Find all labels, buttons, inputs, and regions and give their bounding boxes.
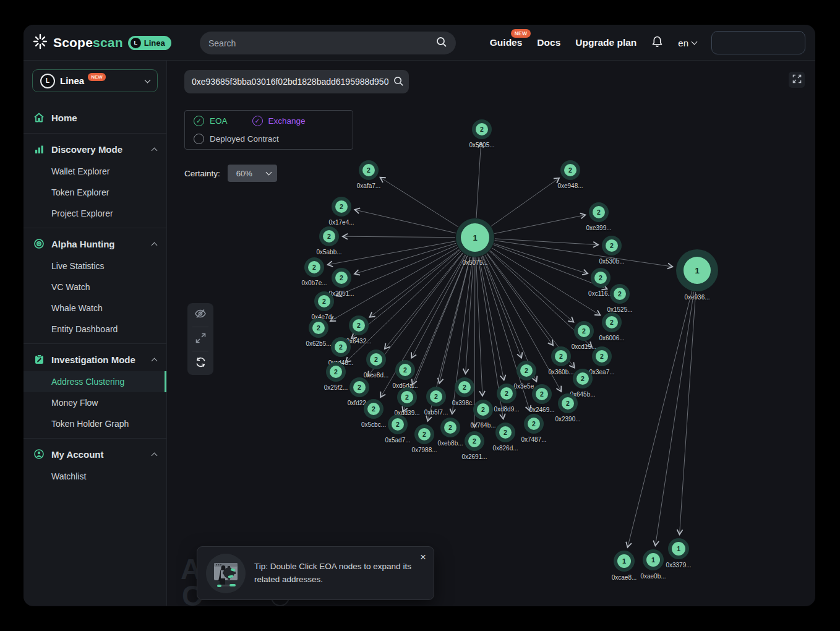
graph-node[interactable]: 2 [560, 160, 580, 180]
graph-node[interactable]: 2 [589, 202, 609, 222]
graph-node[interactable]: 1 [668, 538, 689, 559]
fullscreen-icon [792, 74, 802, 86]
sidebar-item-project-explorer[interactable]: Project Explorer [24, 203, 166, 224]
chevron-down-icon [145, 77, 151, 83]
sidebar-item-watchlist[interactable]: Watchlist [24, 466, 166, 487]
sidebar-item-money-flow[interactable]: Money Flow [24, 392, 166, 413]
graph-node-label: 0xb5f7... [408, 409, 464, 416]
nav-upgrade-plan[interactable]: Upgrade plan [575, 37, 636, 48]
notification-bell-icon[interactable] [651, 35, 663, 50]
check-circle-icon: ✓ [194, 116, 204, 126]
hide-labels-button[interactable] [187, 303, 213, 327]
graph-node[interactable]: 2 [349, 316, 369, 335]
graph-node[interactable]: 2 [472, 119, 492, 139]
graph-canvas[interactable]: A C 10x5075...10xe936...20x5805...20xafa… [167, 61, 815, 606]
chevron-down-icon [692, 39, 698, 45]
graph-node[interactable]: 2 [359, 160, 379, 180]
graph-node[interactable]: 2 [326, 362, 346, 382]
graph-node[interactable]: 2 [331, 337, 351, 357]
graph-node[interactable]: 2 [349, 377, 369, 397]
sidebar-item-wallet-explorer[interactable]: Wallet Explorer [24, 161, 166, 182]
graph-node[interactable]: 2 [440, 418, 460, 437]
sidebar-section-investigation-mode[interactable]: Investigation Mode [24, 348, 166, 371]
address-search-input[interactable]: 0xe93685f3bba03016f02bd1828badd6195988d9… [184, 70, 409, 93]
starburst-logo-icon [32, 33, 48, 52]
nav-guides[interactable]: Guides NEW [490, 37, 523, 48]
graph-node[interactable]: 2 [397, 387, 417, 407]
graph-node[interactable]: 2 [497, 384, 516, 403]
sidebar-section-alpha-hunting[interactable]: Alpha Hunting [24, 232, 166, 255]
graph-node[interactable]: 2 [366, 350, 386, 369]
graph-node[interactable]: 2 [304, 257, 324, 277]
graph-node[interactable]: 2 [602, 236, 622, 255]
wallet-connect-button[interactable] [711, 31, 805, 54]
chevron-up-icon [152, 358, 158, 364]
legend-eoa-checkbox[interactable]: ✓ EOA [194, 116, 228, 126]
graph-node[interactable]: 2 [610, 284, 630, 304]
search-placeholder: Search [208, 38, 436, 48]
graph-node[interactable]: 2 [455, 377, 474, 397]
graph-node[interactable]: 2 [592, 346, 612, 366]
eye-off-icon [194, 307, 207, 322]
graph-node[interactable]: 1 [643, 549, 664, 570]
graph-node[interactable]: 2 [426, 387, 446, 406]
graph-node[interactable]: 2 [395, 360, 415, 380]
graph-node-label: 0x7487... [506, 436, 562, 443]
header: Scopescan L Linea Search Guides NEW [24, 25, 815, 61]
graph-node[interactable]: 2 [388, 414, 408, 434]
graph-toolbar [187, 303, 213, 375]
graph-node[interactable]: 2 [551, 346, 571, 366]
graph-node[interactable]: 2 [495, 423, 515, 442]
graph-node[interactable]: 2 [574, 321, 594, 341]
sidebar-item-whale-watch[interactable]: Whale Watch [24, 298, 166, 319]
sidebar-item-entity-dashboard[interactable]: Entity Dashboard [24, 319, 166, 340]
graph-node-label: 0x7988... [396, 447, 452, 453]
bar-chart-icon [33, 144, 45, 155]
graph-node[interactable]: 2 [414, 424, 434, 444]
graph-node[interactable]: 2 [332, 197, 351, 217]
graph-node[interactable]: 2 [314, 291, 334, 311]
sidebar-item-live-statistics[interactable]: Live Statistics [24, 255, 166, 277]
sidebar-item-token-holder-graph[interactable]: Token Holder Graph [24, 413, 166, 434]
nav-docs[interactable]: Docs [537, 37, 560, 48]
graph-node-label: 0xafa7... [341, 182, 396, 189]
graph-node[interactable]: 2 [473, 400, 493, 419]
close-icon[interactable]: × [420, 552, 426, 562]
certainty-dropdown[interactable]: 60% [228, 165, 277, 182]
graph-node-label: 0x5075... [447, 259, 503, 266]
graph-node[interactable]: 2 [558, 393, 578, 413]
fit-view-button[interactable] [187, 327, 213, 351]
graph-node[interactable]: 1 [614, 551, 635, 572]
graph-node-label: 0xe936... [669, 294, 725, 301]
refresh-button[interactable] [187, 351, 213, 375]
certainty-control: Certainty: 60% [184, 165, 277, 182]
network-select[interactable]: L Linea NEW [32, 69, 158, 92]
graph-node[interactable]: 2 [309, 318, 328, 338]
graph-node[interactable]: 2 [465, 431, 484, 451]
graph-node[interactable]: 2 [516, 361, 536, 380]
sidebar-item-vc-watch[interactable]: VC Watch [24, 277, 166, 298]
language-selector[interactable]: en [678, 38, 696, 48]
graph-node[interactable]: 1 [676, 249, 718, 291]
graph-node[interactable]: 2 [332, 268, 351, 288]
graph-node[interactable]: 2 [524, 414, 544, 434]
graph-node[interactable]: 2 [573, 369, 593, 388]
graph-node[interactable]: 2 [364, 399, 384, 419]
sidebar-item-address-clustering[interactable]: Address Clustering [24, 371, 166, 392]
fullscreen-button[interactable] [789, 72, 805, 88]
graph-node[interactable]: 1 [456, 218, 494, 257]
sidebar-item-token-explorer[interactable]: Token Explorer [24, 182, 166, 203]
graph-node-label: 0x5805... [454, 142, 510, 148]
graph-node[interactable]: 2 [591, 268, 611, 288]
brand[interactable]: Scopescan L Linea [32, 25, 171, 61]
sidebar-section-discovery-mode[interactable]: Discovery Mode [24, 137, 166, 161]
sidebar-section-my-account[interactable]: My Account [24, 442, 166, 466]
graph-node[interactable]: 2 [602, 312, 622, 332]
sidebar-item-home[interactable]: Home [24, 106, 166, 129]
global-search-input[interactable]: Search [200, 32, 456, 54]
legend-deployed-contract-checkbox[interactable]: Deployed Contract [194, 134, 279, 144]
legend-exchange-checkbox[interactable]: ✓ Exchange [252, 116, 306, 126]
graph-node-label: 0xe948... [542, 182, 598, 189]
graph-node[interactable]: 2 [319, 226, 339, 246]
graph-node[interactable]: 2 [532, 384, 552, 404]
